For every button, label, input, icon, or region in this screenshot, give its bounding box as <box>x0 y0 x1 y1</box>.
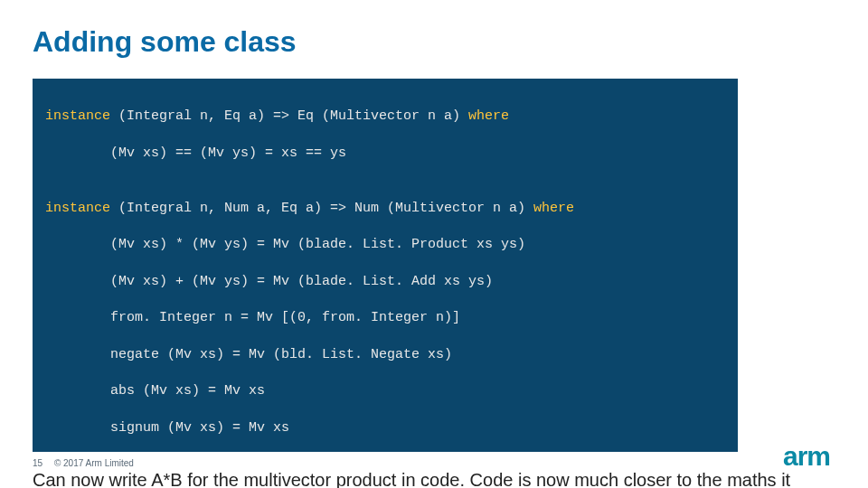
keyword-where: where <box>533 201 574 216</box>
code-line: (Mv xs) * (Mv ys) = Mv (blade. List. Pro… <box>45 236 725 254</box>
code-line: (Mv xs) == (Mv ys) = xs == ys <box>45 145 725 163</box>
slide: Adding some class instance (Integral n, … <box>0 0 868 488</box>
paragraph-1: Can now write A*B for the multivector pr… <box>33 468 828 488</box>
code-text: (Integral n, Eq a) => Eq (Multivector n … <box>110 108 468 124</box>
code-line: signum (Mv xs) = Mv xs <box>45 419 725 437</box>
footer: 15 © 2017 Arm Limited <box>33 458 134 468</box>
code-line: instance (Integral n, Num a, Eq a) => Nu… <box>45 200 725 218</box>
keyword-instance: instance <box>45 108 110 124</box>
code-line: instance (Integral n, Eq a) => Eq (Multi… <box>45 108 725 126</box>
code-text: (Integral n, Num a, Eq a) => Num (Multiv… <box>110 201 533 216</box>
code-line: abs (Mv xs) = Mv xs <box>45 382 725 400</box>
code-line: negate (Mv xs) = Mv (bld. List. Negate x… <box>45 346 725 364</box>
copyright-text: © 2017 Arm Limited <box>54 458 134 468</box>
code-line: (Mv xs) + (Mv ys) = Mv (blade. List. Add… <box>45 273 725 291</box>
code-block: instance (Integral n, Eq a) => Eq (Multi… <box>33 79 738 452</box>
keyword-where: where <box>468 108 509 124</box>
arm-logo: arm <box>783 441 830 472</box>
code-line: from. Integer n = Mv [(0, from. Integer … <box>45 309 725 327</box>
page-number: 15 <box>33 458 42 468</box>
keyword-instance: instance <box>45 201 110 216</box>
slide-title: Adding some class <box>33 25 835 59</box>
